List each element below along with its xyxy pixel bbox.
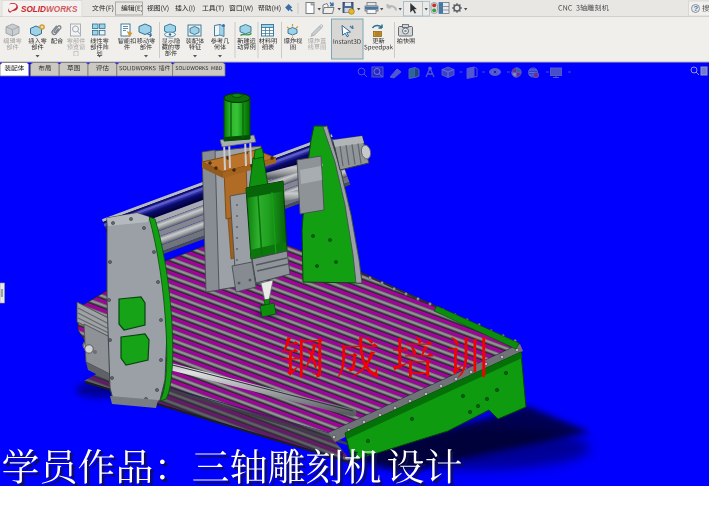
- svg-text:?: ?: [694, 4, 699, 13]
- svg-text:SOLIDWORKS: SOLIDWORKS: [21, 5, 78, 14]
